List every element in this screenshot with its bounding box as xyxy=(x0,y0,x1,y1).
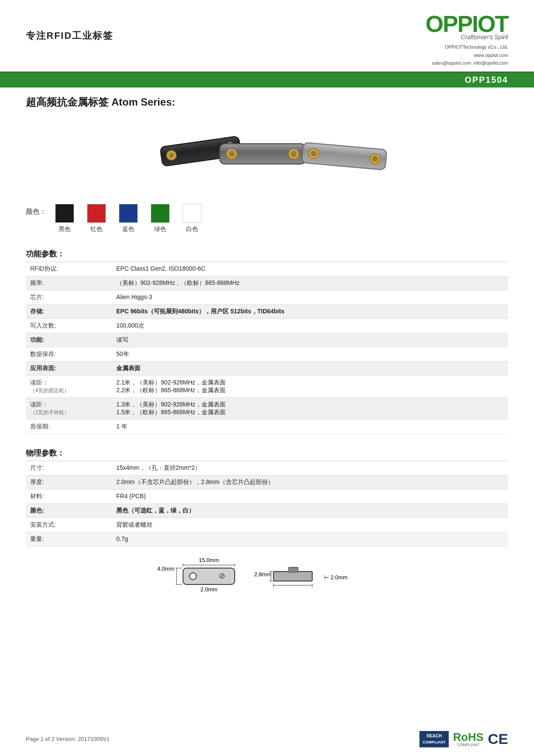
swatch-red: 红色 xyxy=(87,204,106,233)
read-dist-label1: 读距： （4瓦的固定机） xyxy=(26,376,112,398)
rohs-sub: COMPLIANT xyxy=(457,743,480,747)
param-value: Alien Higgs-3 xyxy=(112,291,508,305)
param-value: EPC Class1 Gen2, ISO18000-6C xyxy=(112,262,508,276)
table-row: 功能: 读写 xyxy=(26,333,508,347)
page-title-section: 超高频抗金属标签 Atom Series: xyxy=(0,87,534,113)
table-row: 材料: FR4 (PCB) xyxy=(26,490,508,504)
dimension-svg: 15.0mm ⊘ 4.0mm 2.0mm 2.8mm ⊢ 2.0mm xyxy=(146,555,388,607)
svg-text:⊢ 2.0mm: ⊢ 2.0mm xyxy=(324,574,348,581)
swatch-black: 黑色 xyxy=(55,204,74,233)
param-value: 50年 xyxy=(112,347,508,362)
param-label: 厚度: xyxy=(26,475,112,490)
swatch-label-white: 白色 xyxy=(186,225,198,233)
table-row: 存储: EPC 96bits（可拓展到480bits），用户区 512bits，… xyxy=(26,305,508,319)
swatch-box-white xyxy=(183,204,202,223)
header-left: 专注RFID工业标签 xyxy=(26,12,113,42)
param-label: RFID协议: xyxy=(26,262,112,276)
rohs-badge: RoHS COMPLIANT xyxy=(453,731,484,747)
svg-point-11 xyxy=(291,151,297,157)
header-right: OPPIOT Craftsman's Spirit OPPIOTTechnolo… xyxy=(425,12,508,67)
svg-point-9 xyxy=(229,151,235,157)
swatch-box-green xyxy=(151,204,170,223)
svg-text:2.8mm: 2.8mm xyxy=(254,571,271,578)
table-row: 读距： （2瓦的手持机） 1.3米，（美标）902-928MHz，金属表面 1.… xyxy=(26,398,508,420)
dimension-diagram-section: 15.0mm ⊘ 4.0mm 2.0mm 2.8mm ⊢ 2.0mm xyxy=(0,551,534,615)
color-swatches: 黑色 红色 蓝色 绿色 白色 xyxy=(55,204,202,233)
table-row: 频率: （美标）902-928MHz，（欧标）865-868MHz xyxy=(26,276,508,291)
table-row: 尺寸: 15x4mm，（孔：直径2mm*2） xyxy=(26,461,508,475)
table-row: 安装方式: 背胶或者螺丝 xyxy=(26,518,508,532)
logo-tagline: Craftsman's Spirit xyxy=(461,34,508,41)
product-id-banner: OPP1504 xyxy=(0,72,534,87)
table-row: 应用表面: 金属表面 xyxy=(26,362,508,376)
param-value: 15x4mm，（孔：直径2mm*2） xyxy=(112,461,508,475)
header: 专注RFID工业标签 OPPIOT Craftsman's Spirit OPP… xyxy=(0,0,534,72)
param-label: 频率: xyxy=(26,276,112,291)
read-dist-val2: 1.3米，（美标）902-928MHz，金属表面 1.5米，（欧标）865-86… xyxy=(112,398,508,420)
param-value: 0.7g xyxy=(112,532,508,547)
func-params-title: 功能参数： xyxy=(26,246,508,262)
ce-logo: CE xyxy=(488,731,508,747)
table-row: 读距： （4瓦的固定机） 2.1米，（美标）902-928MHz，金属表面 2.… xyxy=(26,376,508,398)
product-image-svg xyxy=(134,118,400,191)
swatch-box-black xyxy=(55,204,74,223)
svg-text:⊘: ⊘ xyxy=(219,572,225,580)
table-row: 厚度: 2.0mm（不含芯片凸起部份），2.8mm（含芯片凸起部份） xyxy=(26,475,508,490)
param-label: 功能: xyxy=(26,333,112,347)
param-label: 颜色: xyxy=(26,504,112,518)
warranty-value: 1 年 xyxy=(112,420,508,434)
swatch-label-green: 绿色 xyxy=(154,225,166,233)
param-label: 重量: xyxy=(26,532,112,547)
phys-params-title: 物理参数： xyxy=(26,445,508,461)
phys-params-table: 尺寸: 15x4mm，（孔：直径2mm*2） 厚度: 2.0mm（不含芯片凸起部… xyxy=(26,461,508,547)
table-row: 数据保存: 50年 xyxy=(26,347,508,362)
swatch-blue: 蓝色 xyxy=(119,204,138,233)
param-label: 安装方式: xyxy=(26,518,112,532)
svg-text:2.0mm: 2.0mm xyxy=(200,586,217,593)
param-label: 尺寸: xyxy=(26,461,112,475)
page-title-cn: 超高频抗金属标签 xyxy=(26,96,109,108)
product-image-section xyxy=(0,113,534,200)
table-row: 质保期: 1 年 xyxy=(26,420,508,434)
swatch-label-black: 黑色 xyxy=(59,225,71,233)
param-label: 数据保存: xyxy=(26,347,112,362)
swatch-white: 白色 xyxy=(183,204,202,233)
page-title: 超高频抗金属标签 Atom Series: xyxy=(26,96,175,108)
swatch-box-red xyxy=(87,204,106,223)
company-info: OPPIOTTechnology sCo., Ltd. www.oppiot.c… xyxy=(432,43,508,67)
swatch-label-red: 红色 xyxy=(90,225,102,233)
colors-label: 颜色： xyxy=(26,204,47,216)
param-label: 材料: xyxy=(26,490,112,504)
svg-text:4.0mm: 4.0mm xyxy=(157,565,174,572)
tagline: 专注RFID工业标签 xyxy=(26,29,113,42)
param-label: 写入次数: xyxy=(26,319,112,333)
rohs-logo: RoHS xyxy=(453,731,484,743)
swatch-label-blue: 蓝色 xyxy=(122,225,134,233)
param-value: FR4 (PCB) xyxy=(112,490,508,504)
footer: Page 1 of 2 Version: 20171009V1 REACHCOM… xyxy=(26,731,508,747)
read-dist-label2: 读距： （2瓦的手持机） xyxy=(26,398,112,420)
param-label: 芯片: xyxy=(26,291,112,305)
svg-rect-32 xyxy=(289,567,298,572)
logo-container: OPPIOT Craftsman's Spirit OPPIOTTechnolo… xyxy=(425,12,508,67)
param-label: 应用表面: xyxy=(26,362,112,376)
param-value: 100,000次 xyxy=(112,319,508,333)
svg-text:15.0mm: 15.0mm xyxy=(199,557,219,563)
reach-badge: REACHCOMPLIANT xyxy=(419,731,449,747)
param-label: 存储: xyxy=(26,305,112,319)
param-value: 2.0mm（不含芯片凸起部份），2.8mm（含芯片凸起部份） xyxy=(112,475,508,490)
table-row: 芯片: Alien Higgs-3 xyxy=(26,291,508,305)
table-row: 写入次数: 100,000次 xyxy=(26,319,508,333)
param-value: 背胶或者螺丝 xyxy=(112,518,508,532)
footer-page-info: Page 1 of 2 Version: 20171009V1 xyxy=(26,736,109,742)
color-section: 颜色： 黑色 红色 蓝色 绿色 白色 xyxy=(0,200,534,242)
param-value: 读写 xyxy=(112,333,508,347)
svg-rect-31 xyxy=(273,572,312,581)
page-title-en: Atom Series: xyxy=(112,96,175,108)
table-row: 重量: 0.7g xyxy=(26,532,508,547)
swatch-green: 绿色 xyxy=(151,204,170,233)
phys-params-section: 物理参数： 尺寸: 15x4mm，（孔：直径2mm*2） 厚度: 2.0mm（不… xyxy=(0,441,534,551)
param-value: （美标）902-928MHz，（欧标）865-868MHz xyxy=(112,276,508,291)
func-params-section: 功能参数： RFID协议: EPC Class1 Gen2, ISO18000-… xyxy=(0,242,534,438)
table-row: 颜色: 黑色（可选红，蓝，绿，白） xyxy=(26,504,508,518)
